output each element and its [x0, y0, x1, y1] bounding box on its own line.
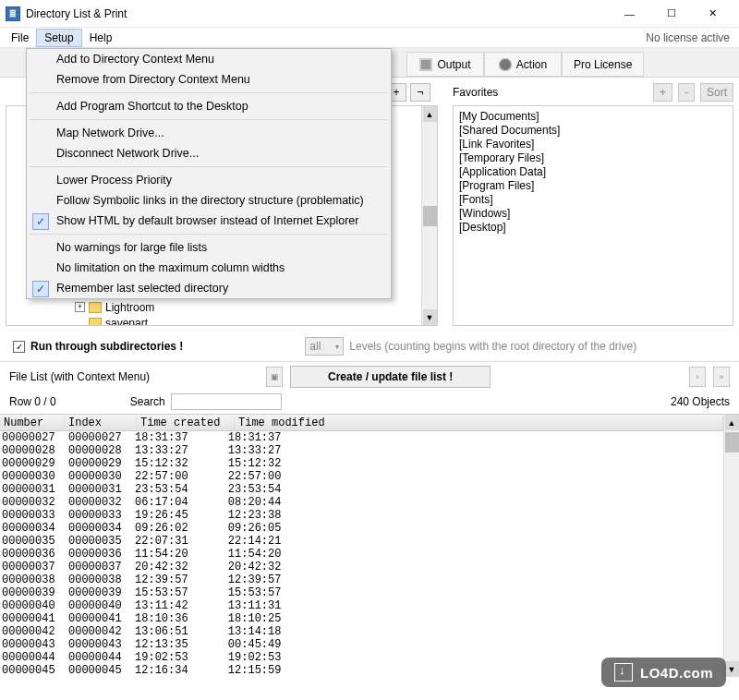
- document-icon: [419, 58, 432, 71]
- table-row[interactable]: 00000031 00000031 23:53:54 23:53:54: [2, 483, 721, 496]
- page-next-button[interactable]: »: [713, 367, 730, 387]
- favorite-item[interactable]: [Desktop]: [459, 221, 727, 235]
- table-row[interactable]: 00000040 00000040 13:11:42 13:11:31: [2, 599, 721, 612]
- table-row[interactable]: 00000030 00000030 22:57:00 22:57:00: [2, 470, 721, 483]
- favorite-item[interactable]: [Application Data]: [459, 165, 727, 179]
- menu-separator: [30, 234, 387, 235]
- table-row[interactable]: 00000038 00000038 12:39:57 12:39:57: [2, 573, 721, 586]
- collapse-panel-icon[interactable]: ▣: [266, 367, 283, 387]
- titlebar: ≣ Directory List & Print — ☐ ✕: [0, 0, 739, 28]
- favorite-item[interactable]: [Link Favorites]: [459, 138, 727, 151]
- chevron-down-icon: ▾: [335, 343, 339, 351]
- search-label: Search: [130, 395, 165, 408]
- tab-action[interactable]: Action: [484, 52, 562, 77]
- table-body[interactable]: 00000027 00000027 18:31:37 18:31:3700000…: [0, 431, 723, 677]
- menu-item[interactable]: Lower Process Priority: [27, 170, 391, 190]
- tree-toggle-icon[interactable]: +: [75, 302, 85, 312]
- menu-item[interactable]: Map Network Drive...: [27, 123, 391, 143]
- table-header-row: Number Index Time created Time modified: [0, 415, 723, 431]
- levels-hint: Levels (counting begins with the root di…: [349, 340, 636, 353]
- tab-action-label: Action: [516, 58, 547, 71]
- favorite-item[interactable]: [Program Files]: [459, 179, 727, 193]
- folder-icon: [89, 302, 102, 313]
- tree-item-label: savepart: [105, 317, 148, 326]
- subdir-checkbox[interactable]: ✓: [13, 341, 25, 353]
- favorite-sort-button[interactable]: Sort: [700, 83, 733, 102]
- table-row[interactable]: 00000028 00000028 13:33:27 13:33:27: [2, 444, 721, 457]
- menu-help[interactable]: Help: [82, 30, 120, 46]
- table-row[interactable]: 00000029 00000029 15:12:32 15:12:32: [2, 457, 721, 470]
- table-row[interactable]: 00000027 00000027 18:31:37 18:31:37: [2, 431, 721, 444]
- favorites-title: Favorites: [453, 86, 498, 99]
- row-counter: Row 0 / 0: [9, 395, 56, 408]
- file-table-wrap: Number Index Time created Time modified …: [0, 414, 739, 677]
- favorite-add-button[interactable]: +: [653, 83, 672, 102]
- scroll-thumb[interactable]: [423, 206, 437, 226]
- watermark: LO4D.com: [601, 658, 726, 687]
- file-list-label: File List (with Context Menu): [9, 370, 259, 383]
- file-list-header: File List (with Context Menu) ▣ Create /…: [0, 361, 739, 392]
- table-row[interactable]: 00000037 00000037 20:42:32 20:42:32: [2, 561, 721, 573]
- watermark-text: LO4D.com: [640, 665, 713, 681]
- favorite-item[interactable]: [My Documents]: [459, 110, 727, 124]
- tab-pro-license[interactable]: Pro License: [562, 52, 644, 77]
- menu-file[interactable]: File: [4, 30, 36, 46]
- table-row[interactable]: 00000043 00000043 12:13:35 00:45:49: [2, 638, 721, 651]
- menu-item[interactable]: Add to Directory Context Menu: [27, 49, 391, 69]
- menu-item[interactable]: Disconnect Network Drive...: [27, 143, 391, 163]
- page-prev-button[interactable]: ›: [689, 367, 706, 387]
- favorites-controls: Favorites + - Sort: [453, 83, 733, 102]
- menu-item[interactable]: ✓Remember last selected directory: [27, 278, 391, 298]
- favorite-item[interactable]: [Shared Documents]: [459, 124, 727, 138]
- table-row[interactable]: 00000036 00000036 11:54:20 11:54:20: [2, 548, 721, 561]
- scroll-thumb[interactable]: [725, 432, 739, 453]
- table-row[interactable]: 00000034 00000034 09:26:02 09:26:05: [2, 522, 721, 535]
- table-row[interactable]: 00000039 00000039 15:53:57 15:53:57: [2, 586, 721, 599]
- favorite-item[interactable]: [Temporary Files]: [459, 151, 727, 165]
- col-number[interactable]: Number: [0, 416, 65, 429]
- app-icon: ≣: [6, 6, 20, 21]
- tree-item[interactable]: savepart: [8, 315, 419, 325]
- favorites-list[interactable]: [My Documents][Shared Documents][Link Fa…: [453, 105, 733, 326]
- row-info: Row 0 / 0 Search 240 Objects: [0, 392, 739, 414]
- tree-vscrollbar[interactable]: ▲ ▼: [421, 106, 437, 325]
- tab-output-label: Output: [437, 58, 470, 71]
- search-input[interactable]: [171, 393, 282, 410]
- collapse-button[interactable]: ¬: [410, 83, 430, 102]
- scroll-up-icon[interactable]: ▲: [423, 106, 437, 122]
- maximize-button[interactable]: ☐: [650, 1, 692, 27]
- favorite-remove-button[interactable]: -: [678, 83, 695, 102]
- favorite-item[interactable]: [Windows]: [459, 207, 727, 221]
- table-row[interactable]: 00000032 00000032 06:17:04 08:20:44: [2, 496, 721, 509]
- scroll-up-icon[interactable]: ▲: [725, 415, 739, 430]
- table-vscrollbar[interactable]: ▲ ▼: [723, 415, 739, 677]
- menu-item[interactable]: No warnings for large file lists: [27, 237, 391, 258]
- download-icon: [614, 663, 633, 682]
- levels-select[interactable]: all ▾: [305, 337, 344, 356]
- tab-output[interactable]: Output: [406, 52, 484, 77]
- table-row[interactable]: 00000035 00000035 22:07:31 22:14:21: [2, 535, 721, 548]
- create-update-button[interactable]: Create / update file list !: [290, 366, 491, 388]
- check-icon: ✓: [32, 213, 49, 230]
- menu-setup[interactable]: Setup: [36, 29, 81, 47]
- menu-item[interactable]: Follow Symbolic links in the directory s…: [27, 190, 391, 211]
- table-row[interactable]: 00000042 00000042 13:06:51 13:14:18: [2, 625, 721, 638]
- minimize-button[interactable]: —: [609, 1, 650, 27]
- menu-item[interactable]: Add Program Shortcut to the Desktop: [27, 96, 391, 116]
- table-row[interactable]: 00000033 00000033 19:26:45 12:23:38: [2, 509, 721, 522]
- close-button[interactable]: ✕: [692, 1, 733, 27]
- tree-item[interactable]: +Lightroom: [8, 299, 419, 315]
- col-time-modified[interactable]: Time modified: [235, 416, 723, 429]
- menu-item[interactable]: No limitation on the maximum column widt…: [27, 258, 391, 278]
- subdir-row: ✓ Run through subdirectories ! all ▾ Lev…: [0, 332, 739, 361]
- scroll-down-icon[interactable]: ▼: [725, 661, 739, 677]
- object-count: 240 Objects: [671, 395, 730, 408]
- favorite-item[interactable]: [Fonts]: [459, 193, 727, 207]
- scroll-down-icon[interactable]: ▼: [423, 309, 437, 325]
- col-time-created[interactable]: Time created: [137, 416, 235, 429]
- menu-item[interactable]: Remove from Directory Context Menu: [27, 69, 391, 90]
- col-index[interactable]: Index: [65, 416, 137, 429]
- menu-item[interactable]: ✓Show HTML by default browser instead of…: [27, 211, 391, 231]
- table-row[interactable]: 00000041 00000041 18:10:36 18:10:25: [2, 612, 721, 625]
- gear-icon: [499, 58, 512, 71]
